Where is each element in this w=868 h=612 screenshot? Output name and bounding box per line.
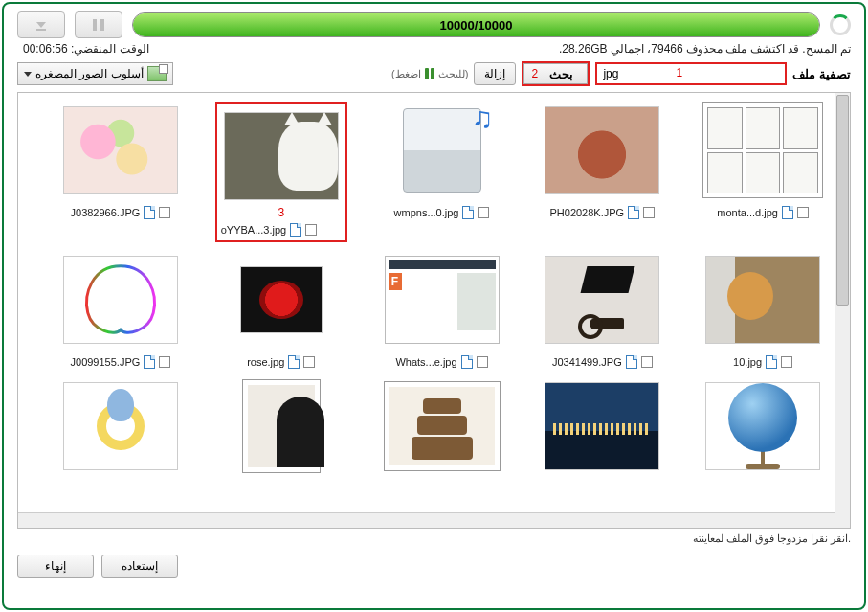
gallery-pane: monta...d.jpg PH02028K.JPG ♫ wmpns...0.j… [17,92,851,529]
thumbnail-icon [147,66,167,81]
list-item[interactable]: 10.jpg [689,252,836,369]
remove-button[interactable]: إزالة [474,62,516,85]
elapsed-label: الوقت المنقضي: [71,42,149,56]
svg-rect-1 [93,19,97,31]
vertical-scrollbar[interactable] [835,93,850,528]
elapsed-value: 00:06:56 [23,42,68,56]
recover-button[interactable]: إستعاده [101,555,178,578]
checkbox[interactable] [641,356,653,368]
checkbox[interactable] [305,224,317,236]
list-item[interactable]: rose.jpg [208,252,355,369]
file-name: oYYBA...3.jpg [221,224,287,236]
elapsed-time: الوقت المنقضي: 00:06:56 [17,42,149,56]
pause-button[interactable] [75,11,122,38]
file-name: PH02028K.JPG [549,207,624,218]
checkbox[interactable] [477,356,488,368]
list-item[interactable] [689,378,836,474]
annotation-3: 3 [278,206,284,219]
search-button-highlight: 2 بحث [522,61,590,86]
checkbox[interactable] [797,207,809,218]
thumbnail-image [240,266,323,333]
search-hint: (اضغط للبحث) [391,68,468,80]
thumbnail-image [385,382,500,470]
thumbnail-image [224,112,339,200]
footer-buttons: إنهاء إستعاده [17,555,851,578]
annotation-2: 2 [531,67,538,80]
thumbnail-image [545,382,659,470]
file-icon [290,223,301,237]
horizontal-scrollbar[interactable] [18,512,835,528]
checkbox[interactable] [781,356,792,368]
view-mode-label: أسلوب الصور المصغره [35,67,144,80]
filter-row: أسلوب الصور المصغره (اضغط للبحث) إزالة 2… [17,61,851,86]
view-mode-dropdown[interactable]: أسلوب الصور المصغره [17,62,173,85]
scrollbar-thumb[interactable] [836,95,849,306]
thumbnail-image: F [385,256,500,344]
thumbnail-image [705,256,820,344]
file-name: rose.jpg [247,356,284,368]
file-name: J0099155.JPG [71,356,141,368]
pause-icon [92,18,105,32]
file-icon [144,206,155,219]
file-icon [628,206,639,219]
pipes-icon [425,68,434,79]
file-icon [144,355,155,369]
thumbnail-image [63,256,178,344]
thumbnail-image [243,380,320,472]
list-item[interactable]: J0382966.JPG [47,102,194,242]
annotation-1: 1 [676,66,682,79]
list-item[interactable] [528,378,676,474]
progress-text: 10000/10000 [133,13,819,36]
file-name: 10.jpg [733,356,762,368]
finish-button[interactable]: إنهاء [17,555,94,578]
file-icon [782,206,793,219]
list-item[interactable] [368,378,516,474]
filter-input[interactable] [595,62,787,85]
stop-button[interactable] [17,11,65,38]
list-item[interactable]: ♫ wmpns...0.jpg [368,102,516,242]
thumbnail-image [545,256,659,344]
file-name: monta...d.jpg [717,207,778,218]
svg-rect-0 [36,29,46,31]
list-item[interactable]: PH02028K.JPG [528,102,676,242]
item-highlight: 3 oYYBA...3.jpg [215,102,347,242]
thumbnail-image [545,106,659,194]
list-item[interactable]: 3 oYYBA...3.jpg [208,102,355,242]
svg-rect-2 [100,19,104,31]
top-bar: 10000/10000 [17,11,851,38]
file-icon [461,355,473,369]
music-note-icon: ♫ [472,102,494,134]
list-item[interactable]: J0341499.JPG [528,252,676,369]
file-name: Whats...e.jpg [395,356,456,368]
file-name: wmpns...0.jpg [394,207,459,218]
list-item[interactable]: J0099155.JPG [47,252,194,369]
thumbnail-grid: monta...d.jpg PH02028K.JPG ♫ wmpns...0.j… [18,93,850,484]
checkbox[interactable] [478,207,489,218]
list-item[interactable] [208,378,355,474]
file-icon [766,355,777,369]
checkbox[interactable] [643,207,655,218]
file-icon [626,355,637,369]
list-item[interactable]: monta...d.jpg [689,102,836,242]
file-name: J0341499.JPG [552,356,622,368]
loading-spinner-icon [830,14,851,35]
file-icon [462,206,474,219]
thumbnail-image [63,106,178,194]
thumbnail-image: ♫ [403,108,481,193]
checkbox[interactable] [159,356,170,368]
app-window: 10000/10000 الوقت المنقضي: 00:06:56 تم ا… [2,2,866,610]
thumbnail-image [63,382,178,470]
filter-label: تصفية ملف [792,67,851,81]
checkbox[interactable] [303,356,315,368]
preview-hint: انقر نقرا مزدوجا فوق الملف لمعاينته. [17,533,851,545]
file-icon [288,355,300,369]
file-name: J0382966.JPG [71,207,141,218]
progress-bar: 10000/10000 [132,12,820,37]
checkbox[interactable] [159,207,170,218]
thumbnail-image [705,382,820,470]
down-arrow-icon [33,16,50,34]
info-row: الوقت المنقضي: 00:06:56 تم المسح. قد اكت… [17,42,851,56]
list-item[interactable] [47,378,194,474]
list-item[interactable]: F Whats...e.jpg [368,252,516,369]
scan-summary: تم المسح. قد اكتشف ملف محذوف 79466، اجما… [559,42,851,56]
